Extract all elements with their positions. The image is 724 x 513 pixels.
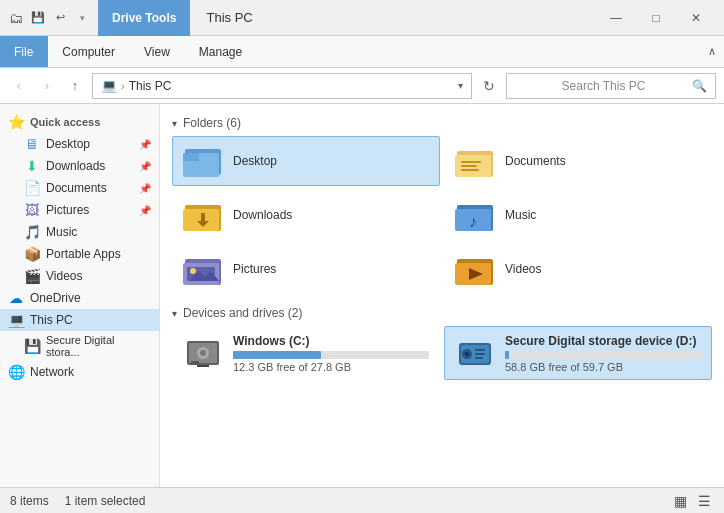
folder-item-documents[interactable]: Documents [444, 136, 712, 186]
search-placeholder: Search This PC [562, 79, 646, 93]
minimize-button[interactable]: — [596, 0, 636, 36]
c-drive-free: 12.3 GB free of 27.8 GB [233, 361, 429, 373]
sd-card-icon: 💾 [24, 338, 40, 354]
network-icon: 🌐 [8, 364, 24, 380]
music-folder-icon: ♪ [455, 197, 495, 233]
ribbon-tab-file[interactable]: File [0, 36, 48, 67]
forward-button[interactable]: › [36, 75, 58, 97]
folder-item-music[interactable]: ♪ Music [444, 190, 712, 240]
svg-text:♪: ♪ [469, 213, 477, 230]
sidebar-item-pictures[interactable]: 🖼 Pictures 📌 [0, 199, 159, 221]
folder-item-videos[interactable]: Videos [444, 244, 712, 294]
ribbon-tab-view[interactable]: View [130, 36, 185, 67]
folder-item-downloads[interactable]: Downloads [172, 190, 440, 240]
sidebar-item-network[interactable]: 🌐 Network [0, 361, 159, 383]
sidebar-item-videos[interactable]: 🎬 Videos [0, 265, 159, 287]
drive-item-d[interactable]: Secure Digital storage device (D:) 58.8 … [444, 326, 712, 380]
address-box[interactable]: 💻 › This PC ▾ [92, 73, 472, 99]
pin-icon-4: 📌 [139, 205, 151, 216]
sidebar-this-pc-label: This PC [30, 313, 73, 327]
title-bar-icons: 🗂 💾 ↩ ▾ [8, 10, 90, 26]
quick-access-icon: ⭐ [8, 114, 24, 130]
pin-icon-2: 📌 [139, 161, 151, 172]
drive-grid: Windows (C:) 12.3 GB free of 27.8 GB [172, 326, 712, 380]
sidebar-item-documents[interactable]: 📄 Documents 📌 [0, 177, 159, 199]
d-drive-name: Secure Digital storage device (D:) [505, 334, 701, 348]
svg-point-31 [465, 352, 469, 356]
folders-section-label: Folders (6) [183, 116, 241, 130]
music-icon: 🎵 [24, 224, 40, 240]
documents-folder-label: Documents [505, 154, 566, 168]
c-drive-name: Windows (C:) [233, 334, 429, 348]
pictures-folder-label: Pictures [233, 262, 276, 276]
c-drive-info: Windows (C:) 12.3 GB free of 27.8 GB [233, 334, 429, 373]
sidebar-secure-digital-label: Secure Digital stora... [46, 334, 151, 358]
this-pc-icon: 💻 [8, 312, 24, 328]
d-drive-bar-bg [505, 351, 701, 359]
sidebar-documents-label: Documents [46, 181, 107, 195]
ribbon-tab-computer[interactable]: Computer [48, 36, 130, 67]
maximize-button[interactable]: □ [636, 0, 676, 36]
pin-icon: 📌 [139, 139, 151, 150]
sidebar-downloads-label: Downloads [46, 159, 105, 173]
sidebar-portable-apps-label: Portable Apps [46, 247, 121, 261]
sidebar-item-desktop[interactable]: 🖥 Desktop 📌 [0, 133, 159, 155]
grid-view-button[interactable]: ▦ [670, 491, 690, 511]
address-dropdown-arrow[interactable]: ▾ [458, 80, 463, 91]
svg-rect-34 [475, 357, 483, 359]
ribbon: File Computer View Manage ∧ [0, 36, 724, 68]
window-title: This PC [198, 10, 596, 25]
d-drive-free: 58.8 GB free of 59.7 GB [505, 361, 701, 373]
window-controls: — □ ✕ [596, 0, 716, 36]
sidebar-item-secure-digital[interactable]: 💾 Secure Digital stora... [0, 331, 159, 361]
folder-item-desktop[interactable]: Desktop [172, 136, 440, 186]
documents-folder-icon [455, 143, 495, 179]
sidebar-item-this-pc[interactable]: 💻 This PC [0, 309, 159, 331]
ribbon-tab-manage[interactable]: Manage [185, 36, 257, 67]
svg-rect-2 [183, 153, 199, 161]
view-controls: ▦ ☰ [670, 491, 714, 511]
pictures-icon: 🖼 [24, 202, 40, 218]
d-drive-info: Secure Digital storage device (D:) 58.8 … [505, 334, 701, 373]
sidebar-music-label: Music [46, 225, 77, 239]
list-view-button[interactable]: ☰ [694, 491, 714, 511]
music-folder-label: Music [505, 208, 536, 222]
pin-icon-3: 📌 [139, 183, 151, 194]
dropdown-icon[interactable]: ▾ [74, 10, 90, 26]
folders-toggle[interactable]: ▾ [172, 118, 177, 129]
sidebar-network-label: Network [30, 365, 74, 379]
drives-toggle[interactable]: ▾ [172, 308, 177, 319]
sidebar-item-music[interactable]: 🎵 Music [0, 221, 159, 243]
selected-count: 1 item selected [65, 494, 146, 508]
svg-rect-27 [197, 365, 209, 367]
drive-tools-tab[interactable]: Drive Tools [98, 0, 190, 36]
up-button[interactable]: ↑ [64, 75, 86, 97]
svg-rect-33 [475, 353, 485, 355]
folder-item-pictures[interactable]: Pictures [172, 244, 440, 294]
svg-point-17 [190, 268, 196, 274]
back-button[interactable]: ‹ [8, 75, 30, 97]
close-button[interactable]: ✕ [676, 0, 716, 36]
pictures-folder-icon [183, 251, 223, 287]
refresh-button[interactable]: ↻ [478, 75, 500, 97]
desktop-folder-label: Desktop [233, 154, 277, 168]
sidebar-item-quick-access[interactable]: ⭐ Quick access [0, 108, 159, 133]
sidebar: ⭐ Quick access 🖥 Desktop 📌 ⬇ Downloads 📌… [0, 104, 160, 487]
sidebar-item-portable-apps[interactable]: 📦 Portable Apps [0, 243, 159, 265]
search-box[interactable]: Search This PC 🔍 [506, 73, 716, 99]
ribbon-collapse-arrow[interactable]: ∧ [700, 36, 724, 67]
folder-grid: Desktop Documents [172, 136, 712, 294]
c-drive-bar-fill [233, 351, 321, 359]
drive-item-c[interactable]: Windows (C:) 12.3 GB free of 27.8 GB [172, 326, 440, 380]
sidebar-onedrive-label: OneDrive [30, 291, 81, 305]
sidebar-item-downloads[interactable]: ⬇ Downloads 📌 [0, 155, 159, 177]
svg-point-26 [200, 350, 206, 356]
desktop-folder-icon [183, 143, 223, 179]
c-drive-icon [183, 333, 223, 373]
undo-icon: ↩ [52, 10, 68, 26]
downloads-icon: ⬇ [24, 158, 40, 174]
sidebar-item-onedrive[interactable]: ☁ OneDrive [0, 287, 159, 309]
main-layout: ⭐ Quick access 🖥 Desktop 📌 ⬇ Downloads 📌… [0, 104, 724, 487]
sidebar-pictures-label: Pictures [46, 203, 89, 217]
videos-icon: 🎬 [24, 268, 40, 284]
